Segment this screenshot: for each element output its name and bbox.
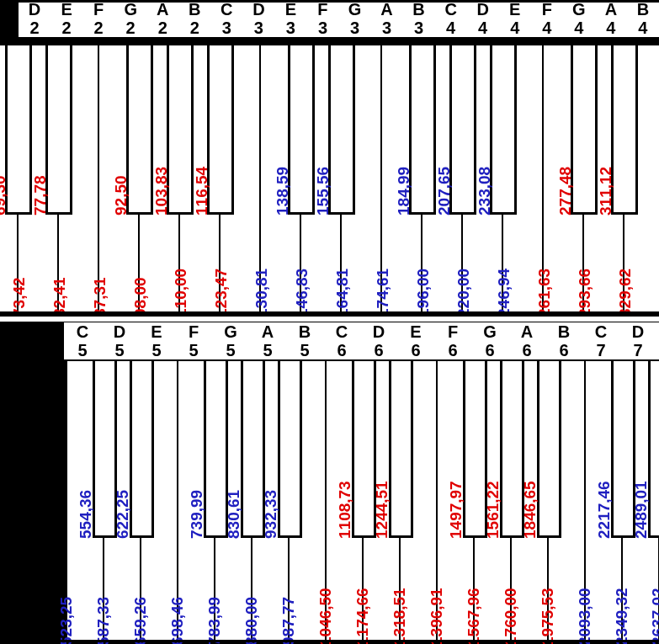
note-label: D4: [467, 0, 499, 37]
white-key-frequency: 146,83: [293, 269, 311, 317]
note-label: C3: [210, 0, 242, 37]
white-key-frequency: 196,00: [414, 269, 433, 317]
note-label: G6: [471, 322, 508, 359]
note-label: D2: [19, 0, 50, 37]
note-labels-row-1: D2E2F2G2A2B2C3D3E3F3G3A3B3C4D4E4F4G4A4B4: [19, 0, 659, 37]
white-key-frequency: 1318,51: [391, 588, 409, 644]
note-label: B4: [627, 0, 659, 37]
white-key-frequency: 293,66: [576, 269, 594, 317]
white-key-frequency: 174,61: [374, 269, 392, 317]
keyboard-1: 73,4282,4187,3198,00110,00123,47130,8114…: [0, 42, 659, 314]
note-label: A4: [595, 0, 627, 37]
note-label: B3: [403, 0, 435, 37]
note-label: D5: [101, 322, 138, 359]
note-label: C4: [435, 0, 467, 37]
note-label: D7: [619, 322, 656, 359]
note-label: E4: [499, 0, 531, 37]
white-key: 329,62: [624, 45, 659, 314]
note-label: E3: [274, 0, 306, 37]
note-label: F5: [175, 322, 212, 359]
white-key-frequency: 1760,00: [502, 588, 520, 644]
note-label: E6: [397, 322, 434, 359]
white-key-frequency: 220,00: [454, 269, 473, 317]
white-key-frequency: 261,63: [535, 269, 554, 317]
white-key-frequency: 164,81: [333, 269, 352, 317]
white-key-frequency: 246,94: [495, 269, 513, 317]
note-label: F4: [531, 0, 563, 37]
note-label: F2: [82, 0, 114, 37]
white-key-frequency: 1975,53: [539, 588, 557, 644]
white-key: 82,41: [59, 45, 99, 314]
white-keys-row-1: 73,4282,4187,3198,00110,00123,47130,8114…: [0, 45, 659, 314]
note-label: G4: [563, 0, 595, 37]
white-key-frequency: 880,00: [242, 597, 261, 644]
white-key-frequency: 1396,91: [428, 588, 446, 644]
keyboard-row-2: C5D5E5F5G5A5B5C6D6E6F6G6A6B6C7D7E7 523,2…: [0, 314, 659, 642]
white-key-frequency: 2093,00: [576, 588, 594, 644]
note-label: B5: [286, 322, 323, 359]
white-key-frequency: 659,26: [131, 597, 150, 644]
note-label: F3: [306, 0, 338, 37]
note-label: G3: [338, 0, 370, 37]
note-labels-row-2: C5D5E5F5G5A5B5C6D6E6F6G6A6B6C7D7E7: [64, 322, 659, 359]
white-key-frequency: 130,81: [252, 269, 271, 317]
note-label: A6: [508, 322, 545, 359]
white-key: 73,42: [19, 45, 59, 314]
white-key-frequency: 987,77: [279, 597, 298, 644]
white-key-frequency: 1567,96: [465, 588, 483, 644]
white-key-frequency: 783,99: [205, 597, 224, 644]
keyboard-row-1: D2E2F2G2A2B2C3D3E3F3G3A3B3C4D4E4F4G4A4B4…: [0, 0, 659, 314]
white-key-frequency: 1046,50: [316, 588, 335, 644]
white-key: [0, 45, 19, 314]
note-label: A5: [249, 322, 286, 359]
note-label: A3: [371, 0, 403, 37]
note-label: C6: [323, 322, 360, 359]
white-key-frequency: 2637,02: [649, 588, 659, 644]
white-key-frequency: 698,46: [168, 597, 187, 644]
white-key-frequency: 587,33: [94, 597, 113, 644]
note-label: C7: [582, 322, 619, 359]
white-key-frequency: 523,25: [57, 597, 76, 644]
keyboard-2: 523,25587,33659,26698,46783,99880,00987,…: [64, 358, 659, 642]
white-key-frequency: 123,47: [212, 269, 231, 317]
white-key-frequency: 329,62: [616, 269, 635, 317]
note-label: G5: [212, 322, 249, 359]
white-key-frequency: 1174,66: [353, 588, 372, 644]
note-label: C5: [64, 322, 101, 359]
note-label: B6: [545, 322, 582, 359]
white-key-frequency: 110,00: [172, 269, 190, 317]
white-keys-row-2: 523,25587,33659,26698,46783,99880,00987,…: [67, 361, 659, 642]
note-label: A2: [146, 0, 178, 37]
note-label: G2: [114, 0, 146, 37]
white-key: 87,31: [99, 45, 140, 314]
white-key-frequency: 2349,32: [613, 588, 631, 644]
note-label: F6: [434, 322, 471, 359]
note-label: E2: [50, 0, 82, 37]
note-label: D6: [360, 322, 397, 359]
note-label: E5: [138, 322, 175, 359]
note-label: D3: [242, 0, 274, 37]
note-label: B2: [178, 0, 210, 37]
